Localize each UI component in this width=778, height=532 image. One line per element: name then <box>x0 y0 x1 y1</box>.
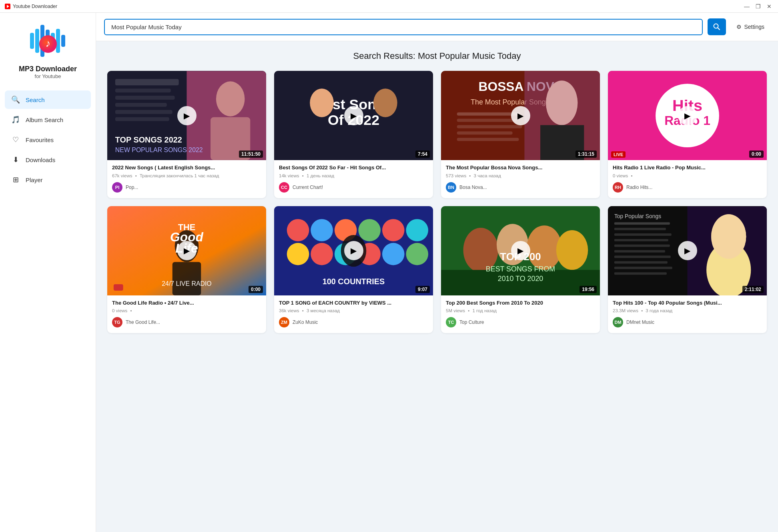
play-button-2[interactable]: ▶ <box>344 106 363 125</box>
video-card-4[interactable]: Hits Radio 1 ▶ 0:00 LIVE Hits Radio 1 Li… <box>608 71 767 198</box>
video-channel-6: ZM ZuKo Music <box>279 317 428 327</box>
video-thumbnail-5: THE Good Life 24/7 LIVE RADIO ▶ 0:00 <box>107 206 266 295</box>
results-area[interactable]: Search Results: Most Popular Music Today <box>96 41 778 532</box>
svg-text:BEST SONGS FROM: BEST SONGS FROM <box>486 265 555 273</box>
close-button[interactable]: ✕ <box>765 2 773 10</box>
video-card-6[interactable]: 100 COUNTRIES ▶ 9:07 TOP 1 SONG of EACH … <box>274 206 433 333</box>
svg-rect-14 <box>115 79 179 85</box>
sidebar-item-player[interactable]: ⊞ Player <box>5 171 91 189</box>
svg-rect-17 <box>115 103 167 107</box>
svg-rect-19 <box>115 117 169 121</box>
video-info-7: Top 200 Best Songs From 2010 To 2020 5M … <box>441 295 600 333</box>
sidebar-item-downloads[interactable]: ⬇ Downloads <box>5 151 91 169</box>
sidebar-item-search[interactable]: 🔍 Search <box>5 90 91 109</box>
live-badge-4: LIVE <box>611 151 626 158</box>
timestamp-8: 3 года назад <box>646 308 672 313</box>
svg-rect-37 <box>457 138 519 141</box>
duration-1: 11:51:50 <box>239 151 263 158</box>
sidebar-item-favourites[interactable]: ♡ Favourites <box>5 130 91 149</box>
play-button-1[interactable]: ▶ <box>177 106 197 125</box>
video-title-8: Top Hits 100 - Top 40 Popular Songs (Mus… <box>613 299 762 307</box>
sidebar-label-downloads: Downloads <box>26 157 55 163</box>
video-channel-4: RH Radio Hits... <box>613 182 762 193</box>
app-body: ♪ MP3 Downloader for Youtube 🔍 Search 🎵 … <box>0 13 778 532</box>
titlebar-controls[interactable]: — ❐ ✕ <box>743 2 773 10</box>
svg-line-12 <box>718 28 720 30</box>
svg-point-60 <box>287 243 309 265</box>
video-thumbnail-7: TOP 200 BEST SONGS FROM 2010 TO 2020 ▶ 1… <box>441 206 600 295</box>
svg-point-54 <box>287 219 309 241</box>
search-input[interactable] <box>104 19 703 35</box>
play-button-4[interactable]: ▶ <box>678 106 697 125</box>
results-title: Search Results: Most Popular Music Today <box>107 51 767 61</box>
settings-button[interactable]: ⚙ Settings <box>731 20 770 33</box>
svg-rect-84 <box>614 250 665 252</box>
play-button-8[interactable]: ▶ <box>678 241 697 260</box>
channel-avatar-6: ZM <box>279 317 289 327</box>
svg-rect-83 <box>614 244 670 247</box>
play-button-7[interactable]: ▶ <box>511 241 530 260</box>
video-meta-3: 573 views • 3 часа назад <box>446 173 595 178</box>
video-info-4: Hits Radio 1 Live Radio - Pop Music... 0… <box>608 160 767 198</box>
video-card-8[interactable]: Top Popular Songs <box>608 206 767 333</box>
heart-icon: ♡ <box>11 135 20 144</box>
view-count-7: 5M views <box>446 308 465 313</box>
sidebar-subtitle: for Youtube <box>35 73 61 79</box>
svg-rect-18 <box>115 110 172 114</box>
svg-text:Top Popular Songs: Top Popular Songs <box>614 213 661 219</box>
video-card-5[interactable]: THE Good Life 24/7 LIVE RADIO ▶ 0:00 <box>107 206 266 333</box>
svg-rect-79 <box>614 222 670 225</box>
play-button-6[interactable]: ▶ <box>344 241 363 260</box>
topbar: ⚙ Settings <box>96 13 778 41</box>
duration-5: 0:00 <box>249 286 263 293</box>
settings-label: Settings <box>744 24 764 30</box>
view-count-6: 36k views <box>279 308 299 313</box>
video-title-5: The Good Life Radio • 24/7 Live... <box>112 299 261 307</box>
video-thumbnail-1: TOP SONGS 2022 NEW POPULAR SONGS 2022 ▶ … <box>107 71 266 160</box>
search-icon: 🔍 <box>11 95 20 104</box>
view-count-1: 67k views <box>112 173 132 178</box>
timestamp-3: 3 часа назад <box>474 173 501 178</box>
app-logo: ♪ <box>28 21 68 61</box>
video-title-4: Hits Radio 1 Live Radio - Pop Music... <box>613 164 762 171</box>
timestamp-2: 1 день назад <box>307 173 334 178</box>
titlebar-title: Youtube Downloader <box>13 4 57 9</box>
maximize-button[interactable]: ❐ <box>754 2 762 10</box>
video-title-7: Top 200 Best Songs From 2010 To 2020 <box>446 299 595 307</box>
video-card-1[interactable]: TOP SONGS 2022 NEW POPULAR SONGS 2022 ▶ … <box>107 71 266 198</box>
play-button-5[interactable]: ▶ <box>177 241 197 260</box>
video-info-1: 2022 New Songs ( Latest English Songs...… <box>107 160 266 198</box>
video-card-7[interactable]: TOP 200 BEST SONGS FROM 2010 TO 2020 ▶ 1… <box>441 206 600 333</box>
svg-rect-15 <box>115 88 171 92</box>
sidebar: ♪ MP3 Downloader for Youtube 🔍 Search 🎵 … <box>0 13 96 532</box>
svg-rect-3 <box>35 29 39 53</box>
video-card-3[interactable]: BOSSA NOVA The Most Popular Songs Today <box>441 71 600 198</box>
svg-rect-80 <box>614 228 666 230</box>
video-thumbnail-8: Top Popular Songs <box>608 206 767 295</box>
play-button-3[interactable]: ▶ <box>511 106 530 125</box>
svg-point-64 <box>382 243 405 265</box>
video-card-2[interactable]: Best Songs Of 2022 ▶ 7:54 Best Songs Of … <box>274 71 433 198</box>
svg-rect-47 <box>172 262 201 295</box>
music-icon: 🎵 <box>11 115 20 124</box>
search-button[interactable] <box>708 18 726 35</box>
video-info-8: Top Hits 100 - Top 40 Popular Songs (Mus… <box>608 295 767 333</box>
channel-name-2: Current Chart! <box>293 185 323 190</box>
titlebar: Youtube Downloader — ❐ ✕ <box>0 0 778 13</box>
channel-name-4: Radio Hits... <box>626 185 652 190</box>
search-input-wrapper <box>104 19 703 35</box>
channel-name-5: The Good Life... <box>126 319 160 325</box>
minimize-button[interactable]: — <box>743 2 751 10</box>
timestamp-7: 1 год назад <box>472 308 497 313</box>
sidebar-label-favourites: Favourites <box>26 137 54 143</box>
svg-point-57 <box>358 219 381 241</box>
sidebar-label-player: Player <box>26 177 43 183</box>
timestamp-6: 3 месяца назад <box>307 308 340 313</box>
video-info-5: The Good Life Radio • 24/7 Live... 0 vie… <box>107 295 266 333</box>
video-thumbnail-2: Best Songs Of 2022 ▶ 7:54 <box>274 71 433 160</box>
view-count-2: 14k views <box>279 173 299 178</box>
svg-text:NEW POPULAR SONGS 2022: NEW POPULAR SONGS 2022 <box>115 147 203 153</box>
sidebar-item-album-search[interactable]: 🎵 Album Search <box>5 110 91 129</box>
svg-rect-82 <box>614 239 668 241</box>
channel-avatar-7: TC <box>446 317 456 327</box>
